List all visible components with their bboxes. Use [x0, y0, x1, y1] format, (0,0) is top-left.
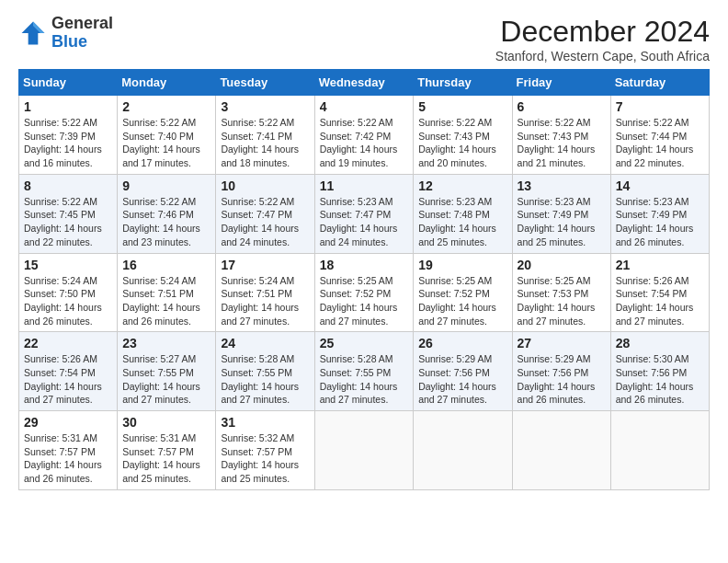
logo: General Blue: [18, 15, 113, 52]
day-cell: 26 Sunrise: 5:29 AM Sunset: 7:56 PM Dayl…: [414, 332, 512, 411]
calendar-table: SundayMondayTuesdayWednesdayThursdayFrid…: [18, 69, 710, 490]
col-header-tuesday: Tuesday: [216, 70, 314, 96]
day-cell: 1 Sunrise: 5:22 AM Sunset: 7:39 PM Dayli…: [19, 96, 118, 175]
day-number: 5: [418, 99, 506, 114]
day-number: 18: [320, 258, 409, 272]
day-number: 8: [24, 178, 112, 193]
day-number: 19: [418, 258, 506, 272]
day-detail: Sunrise: 5:25 AM Sunset: 7:53 PM Dayligh…: [518, 274, 606, 328]
logo-icon: [18, 18, 48, 48]
day-cell: 8 Sunrise: 5:22 AM Sunset: 7:45 PM Dayli…: [19, 174, 118, 253]
day-number: 20: [518, 258, 606, 272]
week-row-2: 8 Sunrise: 5:22 AM Sunset: 7:45 PM Dayli…: [19, 174, 710, 253]
day-cell: 19 Sunrise: 5:25 AM Sunset: 7:52 PM Dayl…: [414, 253, 512, 332]
day-detail: Sunrise: 5:24 AM Sunset: 7:50 PM Dayligh…: [24, 274, 112, 328]
day-number: 9: [122, 178, 210, 193]
day-cell: 28 Sunrise: 5:30 AM Sunset: 7:56 PM Dayl…: [610, 332, 709, 411]
day-cell: 22 Sunrise: 5:26 AM Sunset: 7:54 PM Dayl…: [19, 332, 118, 411]
day-cell: 2 Sunrise: 5:22 AM Sunset: 7:40 PM Dayli…: [118, 96, 216, 175]
location-subtitle: Stanford, Western Cape, South Africa: [495, 49, 710, 63]
day-cell: 23 Sunrise: 5:27 AM Sunset: 7:55 PM Dayl…: [118, 332, 216, 411]
calendar-header-row: SundayMondayTuesdayWednesdayThursdayFrid…: [19, 70, 710, 96]
day-detail: Sunrise: 5:23 AM Sunset: 7:47 PM Dayligh…: [320, 195, 409, 249]
day-detail: Sunrise: 5:22 AM Sunset: 7:46 PM Dayligh…: [122, 195, 210, 249]
day-cell: 6 Sunrise: 5:22 AM Sunset: 7:43 PM Dayli…: [512, 96, 610, 175]
day-number: 10: [221, 178, 309, 193]
day-detail: Sunrise: 5:28 AM Sunset: 7:55 PM Dayligh…: [320, 352, 409, 407]
col-header-monday: Monday: [118, 70, 216, 96]
day-number: 27: [518, 336, 606, 350]
week-row-4: 22 Sunrise: 5:26 AM Sunset: 7:54 PM Dayl…: [19, 332, 710, 411]
day-detail: Sunrise: 5:22 AM Sunset: 7:39 PM Dayligh…: [24, 116, 112, 170]
day-cell: 24 Sunrise: 5:28 AM Sunset: 7:55 PM Dayl…: [216, 332, 314, 411]
day-number: 16: [122, 258, 210, 272]
day-number: 24: [221, 336, 309, 350]
day-cell: 30 Sunrise: 5:31 AM Sunset: 7:57 PM Dayl…: [118, 411, 216, 490]
title-area: December 2024 Stanford, Western Cape, So…: [495, 15, 710, 63]
day-cell: 4 Sunrise: 5:22 AM Sunset: 7:42 PM Dayli…: [314, 96, 414, 175]
day-number: 30: [122, 415, 210, 430]
day-detail: Sunrise: 5:23 AM Sunset: 7:48 PM Dayligh…: [418, 195, 506, 249]
day-cell: 27 Sunrise: 5:29 AM Sunset: 7:56 PM Dayl…: [512, 332, 610, 411]
day-number: 7: [616, 99, 704, 114]
header: General Blue December 2024 Stanford, Wes…: [18, 15, 710, 63]
day-detail: Sunrise: 5:26 AM Sunset: 7:54 PM Dayligh…: [616, 274, 704, 328]
day-number: 1: [24, 99, 112, 114]
day-cell: 7 Sunrise: 5:22 AM Sunset: 7:44 PM Dayli…: [610, 96, 709, 175]
day-number: 12: [418, 178, 506, 193]
day-cell: [610, 411, 709, 490]
day-cell: 3 Sunrise: 5:22 AM Sunset: 7:41 PM Dayli…: [216, 96, 314, 175]
day-detail: Sunrise: 5:23 AM Sunset: 7:49 PM Dayligh…: [518, 195, 606, 249]
day-number: 14: [616, 178, 704, 193]
day-detail: Sunrise: 5:22 AM Sunset: 7:41 PM Dayligh…: [221, 116, 309, 170]
logo-general: General: [51, 14, 113, 32]
day-number: 13: [518, 178, 606, 193]
day-detail: Sunrise: 5:28 AM Sunset: 7:55 PM Dayligh…: [221, 352, 309, 407]
day-detail: Sunrise: 5:22 AM Sunset: 7:47 PM Dayligh…: [221, 195, 309, 249]
day-detail: Sunrise: 5:27 AM Sunset: 7:55 PM Dayligh…: [122, 352, 210, 407]
day-number: 26: [418, 336, 506, 350]
day-cell: [314, 411, 414, 490]
day-number: 25: [320, 336, 409, 350]
day-detail: Sunrise: 5:32 AM Sunset: 7:57 PM Dayligh…: [221, 431, 309, 486]
col-header-wednesday: Wednesday: [314, 70, 414, 96]
day-number: 17: [221, 258, 309, 272]
week-row-3: 15 Sunrise: 5:24 AM Sunset: 7:50 PM Dayl…: [19, 253, 710, 332]
day-number: 29: [24, 415, 112, 430]
day-cell: 10 Sunrise: 5:22 AM Sunset: 7:47 PM Dayl…: [216, 174, 314, 253]
day-cell: 13 Sunrise: 5:23 AM Sunset: 7:49 PM Dayl…: [512, 174, 610, 253]
day-detail: Sunrise: 5:22 AM Sunset: 7:44 PM Dayligh…: [616, 116, 704, 170]
day-detail: Sunrise: 5:22 AM Sunset: 7:42 PM Dayligh…: [320, 116, 409, 170]
day-cell: 17 Sunrise: 5:24 AM Sunset: 7:51 PM Dayl…: [216, 253, 314, 332]
day-cell: [512, 411, 610, 490]
day-detail: Sunrise: 5:29 AM Sunset: 7:56 PM Dayligh…: [418, 352, 506, 407]
col-header-saturday: Saturday: [610, 70, 709, 96]
day-cell: 11 Sunrise: 5:23 AM Sunset: 7:47 PM Dayl…: [314, 174, 414, 253]
col-header-thursday: Thursday: [414, 70, 512, 96]
day-detail: Sunrise: 5:26 AM Sunset: 7:54 PM Dayligh…: [24, 352, 112, 407]
day-number: 31: [221, 415, 309, 430]
logo-blue: Blue: [51, 32, 87, 51]
day-number: 3: [221, 99, 309, 114]
day-number: 21: [616, 258, 704, 272]
week-row-1: 1 Sunrise: 5:22 AM Sunset: 7:39 PM Dayli…: [19, 96, 710, 175]
day-cell: 18 Sunrise: 5:25 AM Sunset: 7:52 PM Dayl…: [314, 253, 414, 332]
day-cell: 15 Sunrise: 5:24 AM Sunset: 7:50 PM Dayl…: [19, 253, 118, 332]
day-cell: 12 Sunrise: 5:23 AM Sunset: 7:48 PM Dayl…: [414, 174, 512, 253]
day-number: 4: [320, 99, 409, 114]
col-header-friday: Friday: [512, 70, 610, 96]
day-detail: Sunrise: 5:22 AM Sunset: 7:43 PM Dayligh…: [518, 116, 606, 170]
day-detail: Sunrise: 5:22 AM Sunset: 7:45 PM Dayligh…: [24, 195, 112, 249]
day-detail: Sunrise: 5:22 AM Sunset: 7:43 PM Dayligh…: [418, 116, 506, 170]
day-cell: [414, 411, 512, 490]
day-detail: Sunrise: 5:24 AM Sunset: 7:51 PM Dayligh…: [122, 274, 210, 328]
col-header-sunday: Sunday: [19, 70, 118, 96]
day-number: 23: [122, 336, 210, 350]
day-cell: 9 Sunrise: 5:22 AM Sunset: 7:46 PM Dayli…: [118, 174, 216, 253]
day-detail: Sunrise: 5:29 AM Sunset: 7:56 PM Dayligh…: [518, 352, 606, 407]
day-cell: 21 Sunrise: 5:26 AM Sunset: 7:54 PM Dayl…: [610, 253, 709, 332]
day-cell: 5 Sunrise: 5:22 AM Sunset: 7:43 PM Dayli…: [414, 96, 512, 175]
day-cell: 31 Sunrise: 5:32 AM Sunset: 7:57 PM Dayl…: [216, 411, 314, 490]
day-number: 15: [24, 258, 112, 272]
day-detail: Sunrise: 5:25 AM Sunset: 7:52 PM Dayligh…: [418, 274, 506, 328]
